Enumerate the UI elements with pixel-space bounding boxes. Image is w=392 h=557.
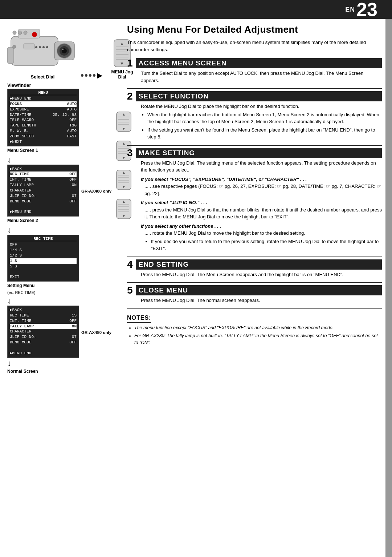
section-3-subsection-1: If you select "FOCUS", "EXPOSURE", "DATE… bbox=[141, 176, 382, 197]
menu-row: 1/2 S bbox=[10, 253, 77, 258]
intro-text: This camcorder is equipped with an easy-… bbox=[127, 39, 382, 53]
setting-menu: REC TIME OFF 1/4 S 1/2 S 1 S 5 S EXIT bbox=[7, 235, 79, 282]
normal-screen-label: Normal Screen bbox=[7, 369, 38, 374]
section-2-num: 2 bbox=[127, 91, 133, 101]
side-bar bbox=[385, 19, 392, 557]
menu-row: 1/4 S bbox=[10, 247, 77, 253]
setting-menu-label2: (ex. REC TIME) bbox=[7, 290, 35, 295]
menu-screen-1-title: MENU bbox=[10, 90, 77, 95]
menu-row: ▶MENU END bbox=[10, 209, 77, 215]
svg-rect-12 bbox=[13, 45, 16, 48]
section-2: 2 SELECT FUNCTION Rotate the MENU Jog Di… bbox=[127, 91, 382, 141]
menu-row: ▶BACK bbox=[10, 307, 77, 313]
menu-screen-2-row: ▶BACK REC TIMEOFF INT. TIMEOFF TALLY LAM… bbox=[7, 165, 111, 218]
menu-row: DATE/TIME25. 12. 98 bbox=[10, 112, 77, 118]
section-1-header: 1 ACCESS MENU SCREEN bbox=[127, 58, 382, 68]
section-1-title: ACCESS MENU SCREEN bbox=[136, 58, 382, 68]
menu-row: ▶MENU END bbox=[10, 96, 77, 101]
section-5-body: Press the MENU Jog Dial. The normal scre… bbox=[127, 297, 382, 304]
menu-row: TALLY LAMPON bbox=[10, 182, 77, 188]
menu-row: ▶MENU END bbox=[10, 351, 77, 356]
camcorder-illustration bbox=[7, 25, 78, 73]
menu-screen-2-label: Menu Screen 2 bbox=[7, 218, 38, 223]
down-arrow-3: ↓ bbox=[7, 297, 11, 305]
notes-title: NOTES: bbox=[127, 314, 151, 323]
section-3-sub1-text: ..... see respective pages (FOCUS: ☞ pg.… bbox=[144, 183, 382, 197]
menu-row: 1 S bbox=[10, 258, 77, 264]
notes-section: NOTES: The menu function except "FOCUS" … bbox=[127, 314, 382, 346]
section-3-body-text: Press the MENU Jog Dial. The setting men… bbox=[141, 160, 376, 173]
section-3-sub3-text: ..... rotate the MENU Jog Dial to move t… bbox=[144, 230, 382, 237]
gr-label-2: GR-AX480 only bbox=[81, 189, 111, 193]
menu-row: JLIP ID NO.07 bbox=[10, 334, 77, 340]
section-3-num: 3 bbox=[127, 148, 133, 158]
viewfinder-label: Viewfinder bbox=[7, 82, 118, 88]
menu-row: ZOOM SPEEDFAST bbox=[10, 134, 77, 139]
section-3-sub1-title: If you select "FOCUS", "EXPOSURE", "DATE… bbox=[141, 176, 382, 183]
page-title: Using Menu For Detailed Adjustment bbox=[127, 24, 382, 35]
section-2-header: 2 SELECT FUNCTION bbox=[127, 91, 382, 101]
menu-row: TELE MACROOFF bbox=[10, 117, 77, 123]
menu-screen-3: ▶BACK REC TIME1S INT. TIMEOFF TALLY LAMP… bbox=[7, 306, 79, 358]
en-label: EN bbox=[345, 6, 355, 13]
menu-screen-1: MENU ▶MENU END FOCUSAUTO EXPOSUREAUTO DA… bbox=[7, 89, 79, 146]
section-1-title-block: ACCESS MENU SCREEN bbox=[136, 58, 382, 68]
section-3-sub3-bullets: If you decide you want to return to the … bbox=[151, 238, 382, 252]
setting-menu-title: REC TIME bbox=[10, 237, 77, 241]
section-1-num: 1 bbox=[127, 58, 133, 68]
menu-screen-3-row: ▶BACK REC TIME1S INT. TIMEOFF TALLY LAMP… bbox=[7, 306, 111, 359]
menu-row bbox=[10, 269, 77, 274]
svg-point-9 bbox=[24, 31, 27, 35]
section-1: 1 ACCESS MENU SCREEN Turn the Select Dia… bbox=[127, 58, 382, 84]
section-3-sub3-bullet: If you decide you want to return to the … bbox=[151, 238, 382, 252]
section-3-title: MAKE SETTING bbox=[136, 148, 382, 158]
svg-point-7 bbox=[13, 31, 16, 35]
screens-column: MENU ▶MENU END FOCUSAUTO EXPOSUREAUTO DA… bbox=[7, 89, 111, 376]
notes-item-2: For GR-AX280: The tally lamp is not buil… bbox=[134, 332, 382, 346]
svg-point-16 bbox=[42, 46, 45, 48]
select-dial-label: Select Dial bbox=[31, 74, 55, 80]
section-5-title-block: CLOSE MENU bbox=[136, 285, 382, 295]
section-5-header: 5 CLOSE MENU bbox=[127, 285, 382, 295]
menu-row bbox=[10, 345, 77, 351]
notes-list: The menu function except "FOCUS" and "EX… bbox=[134, 324, 382, 346]
section-3-header: 3 MAKE SETTING bbox=[127, 148, 382, 158]
menu-row: REC TIMEOFF bbox=[10, 171, 77, 177]
menu-screen-1-label: Menu Screen 1 bbox=[7, 148, 38, 153]
section-5: 5 CLOSE MENU Press the MENU Jog Dial. Th… bbox=[127, 285, 382, 304]
section-3-subsection-2: If you select "JLIP ID NO." . . . ..... … bbox=[141, 199, 382, 221]
svg-rect-11 bbox=[7, 47, 14, 64]
section-2-body: Rotate the MENU Jog Dial to place the hi… bbox=[127, 103, 382, 141]
section-3-sub2-title: If you select "JLIP ID NO." . . . bbox=[141, 199, 382, 206]
menu-row: TAPE LENGTHT30 bbox=[10, 123, 77, 128]
section-3-title-block: MAKE SETTING bbox=[136, 148, 382, 158]
section-3-subsection-3: If you select any other functions . . . … bbox=[141, 223, 382, 252]
section-4-title-block: END SETTING bbox=[136, 259, 382, 270]
menu-row: INT. TIMEOFF bbox=[10, 318, 77, 324]
menu-row: CHARACTER bbox=[10, 329, 77, 334]
main-content: Select Dial ▶ bbox=[0, 19, 392, 380]
section-4-title: END SETTING bbox=[136, 259, 382, 270]
notes-item-1: The menu function except "FOCUS" and "EX… bbox=[134, 324, 382, 331]
menu-screen-2: ▶BACK REC TIMEOFF INT. TIMEOFF TALLY LAM… bbox=[7, 165, 79, 217]
section-1-body: Turn the Select Dial to any position exc… bbox=[127, 70, 382, 84]
gr-label-3: GR-AX480 only bbox=[81, 330, 111, 335]
svg-rect-0 bbox=[11, 36, 58, 65]
menu-row: FOCUSAUTO bbox=[10, 101, 77, 107]
down-arrow-2: ↓ bbox=[7, 226, 11, 234]
section-4-header: 4 END SETTING bbox=[127, 259, 382, 270]
menu-row: TALLY LAMPON bbox=[10, 324, 77, 329]
diagram-row: MENU ▶MENU END FOCUSAUTO EXPOSUREAUTO DA… bbox=[7, 89, 118, 376]
camcorder-area: Select Dial ▶ bbox=[7, 25, 118, 80]
section-4: 4 END SETTING Press the MENU Jog Dial. T… bbox=[127, 259, 382, 278]
menu-row bbox=[10, 204, 77, 210]
menu-row: ▶BACK bbox=[10, 166, 77, 172]
down-arrow-1: ↓ bbox=[7, 156, 11, 164]
section-2-bullets: When the highlight bar reaches the botto… bbox=[147, 111, 382, 141]
menu-row: REC TIME1S bbox=[10, 313, 77, 318]
section-3-sub2-text: ..... press the MENU Jog Dial so that th… bbox=[144, 206, 382, 221]
menu-row: INT. TIMEOFF bbox=[10, 177, 77, 182]
menu-row: DEMO MODEOFF bbox=[10, 340, 77, 345]
left-column: Select Dial ▶ bbox=[0, 19, 123, 380]
section-3: 3 MAKE SETTING Press the MENU Jog Dial. … bbox=[127, 148, 382, 252]
